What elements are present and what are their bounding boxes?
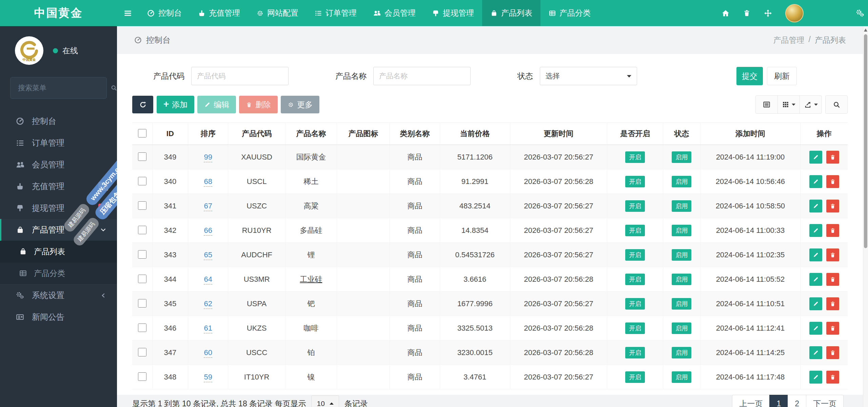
breadcrumb-parent[interactable]: 产品管理 bbox=[773, 35, 805, 45]
sidebar-item-recharge[interactable]: 充值管理 0 bbox=[0, 175, 117, 197]
scrollbar-up-arrow[interactable] bbox=[864, 29, 867, 32]
user-avatar[interactable] bbox=[785, 4, 804, 22]
sidebar-item-product-list[interactable]: 产品列表 bbox=[0, 241, 117, 262]
search-toggle-button[interactable] bbox=[825, 95, 848, 114]
menu-search-input[interactable] bbox=[17, 84, 111, 92]
sort-editable-link[interactable]: 60 bbox=[204, 348, 212, 358]
edit-row-button[interactable] bbox=[809, 175, 822, 188]
sidebar-item-orders[interactable]: 订单管理 bbox=[0, 132, 117, 154]
delete-row-button[interactable] bbox=[826, 273, 839, 286]
settings-gears-icon[interactable] bbox=[855, 8, 865, 18]
delete-row-button[interactable] bbox=[826, 371, 839, 384]
nav-item-site-config[interactable]: 网站配置 bbox=[248, 0, 307, 26]
trash-icon[interactable] bbox=[743, 9, 751, 17]
edit-row-button[interactable] bbox=[809, 248, 822, 261]
page-2-button[interactable]: 2 bbox=[788, 395, 806, 407]
cell-id: 348 bbox=[152, 365, 188, 389]
brand-avatar[interactable]: 中国黄金 bbox=[15, 36, 43, 65]
menu-search-box[interactable] bbox=[10, 77, 107, 99]
row-checkbox[interactable] bbox=[138, 152, 146, 161]
row-checkbox[interactable] bbox=[138, 201, 146, 210]
nav-item-withdraw[interactable]: 提现管理 bbox=[424, 0, 482, 26]
home-icon[interactable] bbox=[721, 9, 730, 18]
nav-item-members[interactable]: 会员管理 bbox=[365, 0, 424, 26]
refresh-filter-button[interactable]: 刷新 bbox=[767, 67, 797, 85]
prev-page-button[interactable]: 上一页 bbox=[732, 395, 770, 407]
row-checkbox[interactable] bbox=[138, 348, 146, 356]
sidebar-item-withdraw[interactable]: 提现管理 0 bbox=[0, 197, 117, 219]
sort-editable-link[interactable]: 64 bbox=[204, 275, 212, 284]
nav-item-dashboard[interactable]: 控制台 bbox=[139, 0, 190, 26]
cell-id: 344 bbox=[152, 267, 188, 292]
page-size-select[interactable]: 10 bbox=[311, 395, 339, 407]
row-checkbox[interactable] bbox=[138, 250, 146, 259]
row-checkbox[interactable] bbox=[138, 299, 146, 308]
columns-toggle-button[interactable] bbox=[777, 95, 800, 114]
delete-row-button[interactable] bbox=[826, 248, 839, 261]
cell-updated: 2026-03-07 20:56:28 bbox=[510, 169, 607, 194]
sidebar-item-dashboard[interactable]: 控制台 bbox=[0, 110, 117, 132]
delete-row-button[interactable] bbox=[826, 200, 839, 212]
edit-row-button[interactable] bbox=[809, 297, 822, 310]
export-button[interactable] bbox=[800, 95, 822, 114]
page-scrollbar[interactable] bbox=[863, 26, 868, 407]
add-button[interactable]: + 添加 bbox=[157, 96, 194, 113]
scrollbar-thumb[interactable] bbox=[864, 34, 867, 248]
edit-row-button[interactable] bbox=[809, 371, 822, 384]
product-code-input[interactable] bbox=[191, 67, 289, 85]
col-name: 产品名称 bbox=[285, 123, 337, 145]
breadcrumb-dashboard[interactable]: 控制台 bbox=[146, 35, 171, 45]
edit-button[interactable]: 编辑 bbox=[197, 96, 236, 113]
delete-row-button[interactable] bbox=[826, 175, 839, 188]
edit-row-button[interactable] bbox=[809, 224, 822, 237]
product-name-input[interactable] bbox=[373, 67, 471, 85]
cell-icon bbox=[337, 145, 390, 169]
row-checkbox[interactable] bbox=[138, 275, 146, 283]
edit-row-button[interactable] bbox=[809, 151, 822, 164]
sidebar-item-label: 系统设置 bbox=[32, 290, 64, 301]
next-page-button[interactable]: 下一页 bbox=[806, 395, 844, 407]
fullscreen-arrows-icon[interactable] bbox=[764, 9, 772, 18]
submit-button[interactable]: 提交 bbox=[736, 67, 763, 85]
cell-updated: 2026-03-07 20:56:27 bbox=[510, 218, 607, 243]
nav-item-recharge[interactable]: 充值管理 bbox=[190, 0, 248, 26]
edit-row-button[interactable] bbox=[809, 273, 822, 286]
table-row: 349 99 XAUUSD 国际黄金 商品 5171.1206 2026-03-… bbox=[132, 145, 848, 169]
row-checkbox[interactable] bbox=[138, 372, 146, 381]
row-checkbox[interactable] bbox=[138, 323, 146, 332]
sort-editable-link[interactable]: 99 bbox=[204, 153, 212, 162]
delete-button[interactable]: 删除 bbox=[239, 96, 278, 113]
delete-row-button[interactable] bbox=[826, 151, 839, 164]
nav-item-orders[interactable]: 订单管理 bbox=[307, 0, 365, 26]
sidebar-item-product-management[interactable]: 产品管理 bbox=[0, 219, 117, 241]
row-checkbox[interactable] bbox=[138, 226, 146, 234]
page-1-button[interactable]: 1 bbox=[769, 395, 788, 407]
sidebar-toggle-button[interactable] bbox=[117, 0, 139, 26]
edit-row-button[interactable] bbox=[809, 322, 822, 335]
sidebar-item-members[interactable]: 会员管理 bbox=[0, 154, 117, 175]
reload-button[interactable] bbox=[132, 96, 153, 113]
sort-editable-link[interactable]: 68 bbox=[204, 177, 212, 187]
edit-row-button[interactable] bbox=[809, 200, 822, 212]
sort-editable-link[interactable]: 59 bbox=[204, 373, 212, 382]
sort-editable-link[interactable]: 65 bbox=[204, 251, 212, 260]
delete-row-button[interactable] bbox=[826, 224, 839, 237]
delete-row-button[interactable] bbox=[826, 297, 839, 310]
sort-editable-link[interactable]: 61 bbox=[204, 324, 212, 333]
edit-row-button[interactable] bbox=[809, 346, 822, 359]
more-button[interactable]: 更多 bbox=[281, 96, 319, 113]
nav-item-product-list[interactable]: 产品列表 bbox=[482, 0, 540, 26]
sidebar-item-system-settings[interactable]: 系统设置 bbox=[0, 284, 117, 306]
delete-row-button[interactable] bbox=[826, 322, 839, 335]
sidebar-item-product-category[interactable]: 产品分类 bbox=[0, 262, 117, 284]
list-view-button[interactable] bbox=[755, 95, 778, 114]
sidebar-item-news[interactable]: 新闻公告 bbox=[0, 306, 117, 328]
select-all-checkbox[interactable] bbox=[138, 129, 146, 137]
delete-row-button[interactable] bbox=[826, 346, 839, 359]
sort-editable-link[interactable]: 62 bbox=[204, 299, 212, 309]
nav-item-product-category[interactable]: 产品分类 bbox=[540, 0, 599, 26]
sort-editable-link[interactable]: 67 bbox=[204, 202, 212, 211]
row-checkbox[interactable] bbox=[138, 177, 146, 185]
status-select[interactable]: 选择 bbox=[540, 67, 637, 85]
sort-editable-link[interactable]: 66 bbox=[204, 226, 212, 236]
